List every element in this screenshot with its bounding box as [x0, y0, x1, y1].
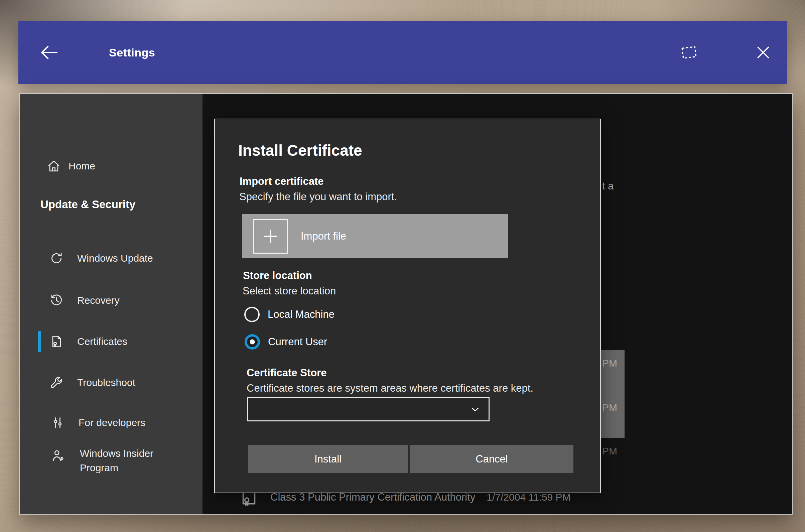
close-x-icon: [754, 43, 772, 61]
dialog-title: Install Certificate: [238, 141, 362, 159]
sidebar-item-for-developers[interactable]: For developers: [51, 413, 145, 432]
radio-current-user[interactable]: Current User: [245, 334, 327, 350]
import-certificate-description: Specify the file you want to import.: [239, 191, 397, 203]
sidebar-item-label: For developers: [78, 417, 145, 429]
content-area: t a PM PM PM Class 3 Public Primary Cert…: [203, 94, 792, 514]
import-file-label: Import file: [301, 230, 346, 242]
sidebar-item-certificates[interactable]: Certificates: [49, 332, 127, 351]
radio-selected-icon: [245, 334, 260, 349]
import-file-button[interactable]: Import file: [242, 214, 508, 258]
install-button[interactable]: Install: [248, 445, 408, 473]
wrench-icon: [49, 375, 64, 390]
home-icon: [46, 159, 61, 173]
cancel-button-label: Cancel: [476, 453, 508, 465]
sidebar-item-windows-insider[interactable]: Windows Insider Program: [51, 446, 164, 479]
radio-local-machine[interactable]: Local Machine: [244, 306, 334, 323]
history-icon: [49, 293, 64, 308]
titlebar-actions: [677, 40, 775, 64]
sidebar-item-label: Windows Insider Program: [80, 446, 164, 475]
sidebar-item-label: Recovery: [77, 295, 120, 306]
sidebar-item-recovery[interactable]: Recovery: [49, 291, 120, 310]
sidebar-item-troubleshoot[interactable]: Troubleshoot: [49, 373, 135, 392]
install-certificate-dialog: Install Certificate Import certificate S…: [214, 119, 601, 493]
store-location-heading: Store location: [243, 270, 312, 282]
window-adjust-button[interactable]: [677, 40, 701, 64]
sidebar-item-label: Windows Update: [77, 253, 153, 264]
sidebar-item-label: Home: [69, 160, 95, 172]
sidebar-item-home[interactable]: Home: [46, 157, 95, 175]
plus-icon: [253, 219, 288, 254]
certificate-store-description: Certificate stores are system areas wher…: [247, 382, 533, 394]
dashed-window-icon: [679, 42, 699, 63]
cancel-button[interactable]: Cancel: [410, 445, 573, 473]
chevron-down-icon: [469, 403, 481, 415]
settings-window: Home Update & Security Windows Update Re…: [19, 93, 793, 515]
mixed-reality-environment: Settings: [0, 0, 805, 532]
sidebar-item-label: Certificates: [77, 336, 127, 347]
person-icon: [51, 448, 65, 463]
radio-unselected-icon: [244, 307, 260, 322]
arrow-left-icon: [38, 42, 59, 63]
app-title: Settings: [109, 46, 155, 59]
radio-label: Local Machine: [268, 308, 334, 321]
sidebar: Home Update & Security Windows Update Re…: [20, 94, 203, 514]
certificate-store-dropdown[interactable]: [247, 397, 490, 421]
titlebar: Settings: [18, 21, 787, 84]
certificate-icon: [49, 334, 64, 349]
selected-item-accent-bar: [38, 331, 41, 352]
store-location-description: Select store location: [243, 285, 336, 297]
dev-sliders-icon: [51, 415, 65, 430]
sidebar-category-title: Update & Security: [40, 198, 135, 211]
sidebar-item-label: Troubleshoot: [77, 377, 135, 388]
close-button[interactable]: [751, 40, 775, 64]
import-certificate-heading: Import certificate: [239, 175, 324, 188]
install-button-label: Install: [314, 453, 342, 465]
radio-label: Current User: [268, 336, 327, 348]
sync-icon: [49, 251, 64, 266]
certificate-store-heading: Certificate Store: [247, 367, 326, 379]
back-button[interactable]: [34, 37, 64, 68]
sidebar-item-windows-update[interactable]: Windows Update: [49, 249, 153, 268]
